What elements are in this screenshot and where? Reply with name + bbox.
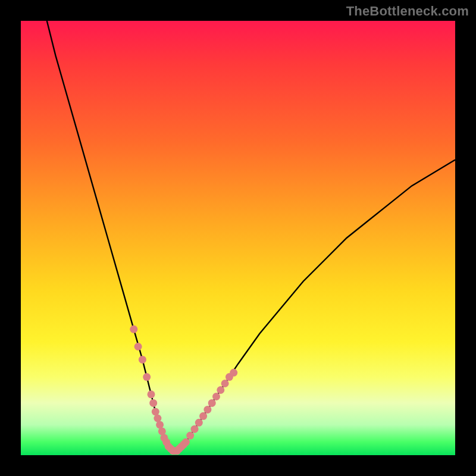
highlight-dot	[143, 373, 151, 381]
highlight-dot	[186, 432, 194, 440]
highlight-dot	[182, 439, 190, 446]
highlight-dot	[208, 399, 216, 407]
highlight-dot	[230, 369, 237, 377]
highlight-dot	[221, 380, 229, 387]
highlight-dot	[212, 393, 220, 400]
highlight-dot	[191, 425, 199, 433]
highlight-dot	[156, 421, 164, 428]
highlight-dots-right	[176, 369, 237, 453]
highlight-dot	[130, 325, 137, 333]
plot-area	[21, 21, 455, 455]
highlight-dot	[217, 386, 224, 394]
highlight-dot	[203, 406, 211, 414]
highlight-dot	[134, 343, 142, 350]
attribution-label: TheBottleneck.com	[346, 4, 469, 19]
highlight-dot	[195, 419, 203, 427]
highlight-dot	[148, 390, 155, 398]
chart-frame: TheBottleneck.com	[0, 0, 476, 476]
highlight-dot	[199, 412, 207, 420]
curve-layer	[21, 21, 455, 455]
highlight-dot	[139, 356, 146, 364]
highlight-dots-left	[130, 325, 181, 455]
highlight-dot	[152, 408, 159, 416]
highlight-dot	[149, 399, 157, 407]
bottleneck-curve	[47, 21, 455, 451]
